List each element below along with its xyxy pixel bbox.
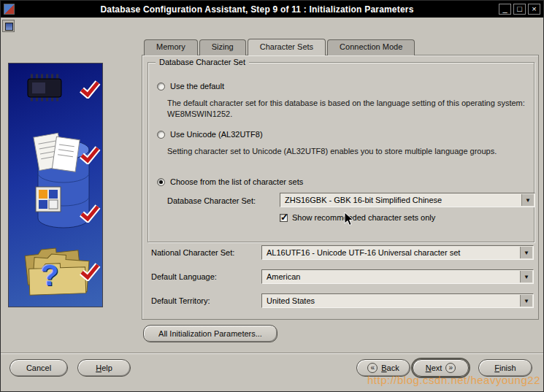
national-charset-value: AL16UTF16 - Unicode UTF-16 Universal cha…: [267, 248, 460, 257]
db-charset-label: Database Character Set:: [167, 196, 256, 205]
default-language-select[interactable]: American ▼: [261, 269, 534, 284]
mouse-cursor-icon: [344, 212, 354, 229]
next-label: Next: [426, 364, 443, 372]
settings-squares-icon: [35, 186, 61, 215]
tab-connection-mode[interactable]: Connection Mode: [327, 39, 415, 55]
question-mark-icon: ?: [41, 259, 58, 292]
national-charset-label: National Character Set:: [151, 248, 261, 257]
back-label: Back: [381, 364, 399, 372]
national-charset-row: National Character Set: AL16UTF16 - Unic…: [151, 245, 534, 260]
back-chevron-icon: «: [367, 363, 378, 373]
minimize-button[interactable]: _: [499, 4, 511, 15]
radio-use-default[interactable]: Use the default: [157, 82, 224, 91]
window-controls: _ □ ×: [497, 4, 540, 15]
radio-icon[interactable]: [157, 178, 165, 186]
character-sets-panel: Database Character Set Use the default T…: [142, 55, 539, 320]
tab-sizing[interactable]: Sizing: [199, 39, 246, 55]
default-territory-row: Default Territory: United States ▼: [151, 293, 534, 308]
default-territory-select[interactable]: United States ▼: [261, 293, 534, 308]
wizard-art-panel: ?: [8, 63, 103, 307]
cancel-button[interactable]: Cancel: [9, 359, 68, 377]
dbca-window: Database Configuration Assistant, Step 9…: [0, 0, 544, 392]
all-initialization-parameters-label: All Initialization Parameters...: [158, 329, 262, 338]
window-title: Database Configuration Assistant, Step 9…: [18, 4, 497, 15]
radio-choose-from-list[interactable]: Choose from the list of character sets: [157, 177, 303, 186]
app-icon: [2, 20, 15, 32]
default-territory-value: United States: [267, 296, 315, 305]
database-character-set-group: Database Character Set Use the default T…: [148, 62, 535, 242]
checkmark-icon: [79, 145, 101, 167]
maximize-button[interactable]: □: [513, 4, 526, 15]
chevron-down-icon[interactable]: ▼: [520, 295, 532, 307]
all-initialization-parameters-button[interactable]: All Initialization Parameters...: [143, 325, 277, 342]
chip-icon: [20, 74, 67, 106]
default-language-value: American: [267, 272, 300, 281]
tab-memory[interactable]: Memory: [144, 39, 198, 55]
tab-bar: Memory Sizing Character Sets Connection …: [144, 39, 416, 55]
close-button[interactable]: ×: [528, 4, 540, 15]
use-unicode-description: Setting character set to Unicode (AL32UT…: [167, 146, 534, 157]
db-charset-select[interactable]: ZHS16GBK - GBK 16-bit Simplified Chinese…: [280, 193, 535, 207]
show-recommended-label: Show recommended character sets only: [292, 213, 435, 222]
default-territory-label: Default Territory:: [151, 296, 261, 305]
checkbox-icon[interactable]: [280, 214, 288, 222]
help-button[interactable]: Help: [77, 359, 131, 377]
tab-character-sets[interactable]: Character Sets: [248, 39, 326, 55]
default-language-row: Default Language: American ▼: [151, 269, 534, 284]
checkmark-icon: [79, 80, 101, 101]
chevron-down-icon[interactable]: ▼: [520, 247, 532, 258]
checkmark-icon: [79, 204, 101, 226]
next-chevron-icon: »: [445, 363, 456, 373]
radio-use-unicode[interactable]: Use Unicode (AL32UTF8): [157, 130, 263, 139]
chevron-down-icon[interactable]: ▼: [520, 271, 532, 283]
help-label: Help: [96, 364, 112, 372]
show-recommended-checkbox-row[interactable]: Show recommended character sets only: [280, 213, 435, 222]
radio-choose-from-list-label: Choose from the list of character sets: [170, 177, 303, 186]
radio-icon[interactable]: [157, 131, 165, 139]
default-language-label: Default Language:: [151, 272, 261, 281]
radio-use-unicode-label: Use Unicode (AL32UTF8): [170, 130, 263, 139]
chevron-down-icon[interactable]: ▼: [521, 194, 534, 206]
db-charset-value: ZHS16GBK - GBK 16-bit Simplified Chinese: [285, 196, 442, 204]
footer-separator: [1, 353, 543, 354]
cancel-label: Cancel: [26, 364, 51, 372]
use-default-description: The default character set for this datab…: [167, 98, 534, 120]
documents-icon: [26, 128, 83, 182]
group-title: Database Character Set: [156, 58, 249, 66]
national-charset-select[interactable]: AL16UTF16 - Unicode UTF-16 Universal cha…: [261, 245, 534, 260]
radio-icon[interactable]: [157, 82, 165, 91]
finish-label: Finish: [494, 364, 516, 372]
window-icon: [4, 4, 15, 15]
radio-use-default-label: Use the default: [170, 82, 224, 91]
watermark-text: http://blog.csdn.net/heavyoung22: [367, 374, 540, 386]
titlebar[interactable]: Database Configuration Assistant, Step 9…: [1, 1, 543, 18]
checkmark-icon: [79, 262, 101, 284]
